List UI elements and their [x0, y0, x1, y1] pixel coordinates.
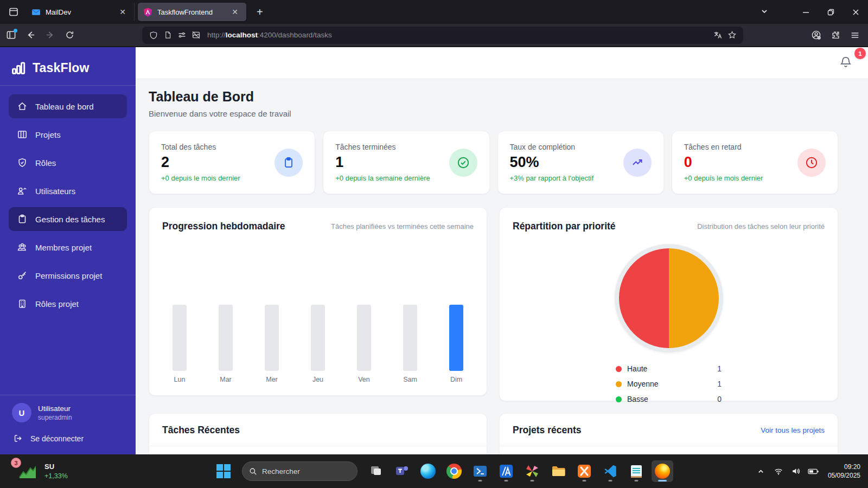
design-pinwheel-icon[interactable]	[521, 460, 543, 482]
reload-button[interactable]	[61, 27, 78, 44]
extensions-puzzle-icon[interactable]	[827, 27, 844, 44]
browser-tabbar: MailDev ✕ TaskflowFrontend ✕ +	[0, 0, 868, 24]
windows-logo-icon	[216, 464, 231, 478]
dashboard-content: Tableau de Bord Bienvenue dans votre esp…	[136, 79, 868, 454]
firefox-view-icon[interactable]	[4, 4, 23, 20]
sidebar-item-roles[interactable]: Rôles	[9, 151, 127, 175]
wifi-icon[interactable]	[771, 463, 786, 479]
menu-hamburger-icon[interactable]	[846, 27, 864, 44]
divider	[149, 446, 487, 446]
stat-card-completed-tasks: Tâches terminées 1 +0 depuis la semaine …	[323, 131, 489, 194]
url-text[interactable]: http://localhost:4200/dashboard/tasks	[207, 31, 711, 39]
browser-toolbar: http://localhost:4200/dashboard/tasks	[0, 24, 868, 47]
window-minimize-button[interactable]	[793, 0, 818, 24]
tab-taskflow[interactable]: TaskflowFrontend ✕	[138, 3, 246, 21]
user-name: Utilisateur	[38, 404, 72, 413]
account-icon[interactable]	[807, 27, 825, 44]
sidebar-item-tasks[interactable]: Gestion des tâches	[9, 207, 127, 231]
search-placeholder: Rechercher	[262, 467, 300, 476]
weekly-bar	[219, 305, 233, 371]
logout-button[interactable]: Se déconnecter	[0, 426, 136, 454]
tab-maildev[interactable]: MailDev ✕	[26, 3, 135, 21]
stat-card-total-tasks: Total des tâches 2 +0 depuis le mois der…	[149, 131, 315, 194]
teams-icon[interactable]	[391, 460, 413, 482]
start-button[interactable]	[213, 460, 234, 482]
stat-delta: +0 depuis la semaine dernière	[335, 174, 449, 182]
legend-row-moyenne: Moyenne 1	[616, 376, 722, 391]
bookmark-star-icon[interactable]	[725, 28, 739, 42]
bar-label: Sam	[403, 376, 417, 383]
powershell-icon[interactable]	[469, 460, 491, 482]
stock-chart-icon: 3	[18, 463, 37, 479]
legend-dot	[616, 366, 622, 372]
tab-close-icon[interactable]: ✕	[229, 7, 241, 17]
xampp-icon[interactable]	[573, 460, 595, 482]
list-tabs-chevron-icon[interactable]	[761, 8, 768, 17]
sidebar-item-project-roles[interactable]: Rôles projet	[9, 292, 127, 316]
check-circle-icon	[449, 149, 477, 177]
notifications-bell-icon[interactable]	[839, 55, 855, 72]
charts-row: Progression hebdomadaire Tâches planifié…	[149, 207, 838, 401]
screen: MailDev ✕ TaskflowFrontend ✕ +	[0, 0, 868, 488]
app-a-icon[interactable]	[495, 460, 517, 482]
recent-tasks-card: Tâches Récentes	[149, 413, 487, 454]
taskbar-clock[interactable]: 09:20 05/09/2025	[828, 463, 860, 480]
sidebar: TaskFlow Tableau de bord Projets Rôles	[0, 47, 136, 454]
widget-symbol: SU	[44, 463, 68, 471]
legend-label: Moyenne	[627, 380, 717, 388]
angular-icon	[143, 8, 152, 17]
weekly-bar	[449, 305, 463, 371]
bar-chart-logo-icon	[11, 60, 26, 75]
forward-button[interactable]	[41, 27, 59, 44]
taskbar-search[interactable]: Rechercher	[242, 461, 358, 481]
search-icon	[249, 467, 257, 476]
file-explorer-icon[interactable]	[547, 460, 569, 482]
task-view-button[interactable]	[365, 460, 387, 482]
sidebar-item-label: Projets	[35, 130, 61, 139]
card-title: Tâches Récentes	[162, 425, 240, 436]
translate-icon[interactable]	[711, 28, 725, 42]
mail-icon	[31, 8, 41, 17]
bar-label: Dim	[450, 376, 462, 383]
stat-card-completion-rate: Taux de complétion 50% +3% par rapport à…	[497, 131, 664, 194]
back-button[interactable]	[22, 27, 39, 44]
stat-delta: +0 depuis le mois dernier	[161, 174, 275, 182]
weekly-bar	[403, 305, 417, 371]
key-icon	[17, 270, 28, 281]
pie-legend: Haute 1 Moyenne 1 Basse 0	[616, 361, 722, 407]
sidebar-item-project-permissions[interactable]: Permissions projet	[9, 264, 127, 287]
battery-icon[interactable]	[806, 463, 820, 479]
notepad-icon[interactable]	[626, 460, 647, 482]
weekly-bar	[173, 305, 187, 371]
view-all-projects-link[interactable]: Voir tous les projets	[761, 426, 825, 434]
sidebar-item-users[interactable]: Utilisateurs	[9, 179, 127, 203]
sidebar-item-project-members[interactable]: Membres projet	[9, 235, 127, 259]
window-restore-button[interactable]	[818, 0, 843, 24]
sidebar-toggle-icon[interactable]	[2, 27, 20, 44]
shield-check-icon	[17, 157, 28, 168]
main-topbar: 1	[136, 47, 868, 79]
stat-label: Total des tâches	[161, 143, 275, 151]
tray-chevron-up-icon[interactable]	[754, 463, 768, 479]
chrome-icon[interactable]	[443, 460, 465, 482]
sidebar-item-dashboard[interactable]: Tableau de bord	[9, 94, 127, 118]
images-blocked-icon[interactable]	[189, 28, 203, 42]
notification-badge[interactable]: 1	[854, 48, 866, 59]
volume-icon[interactable]	[789, 463, 803, 479]
shield-icon[interactable]	[146, 28, 161, 42]
new-tab-button[interactable]: +	[252, 5, 268, 20]
edge-icon[interactable]	[417, 460, 439, 482]
sidebar-item-projects[interactable]: Projets	[9, 123, 127, 146]
clipboard-icon	[275, 149, 303, 177]
permissions-sliders-icon[interactable]	[175, 28, 189, 42]
window-close-button[interactable]	[843, 0, 868, 24]
url-bar[interactable]: http://localhost:4200/dashboard/tasks	[142, 27, 743, 44]
url-host: localhost	[226, 31, 258, 39]
tab-close-icon[interactable]: ✕	[117, 7, 129, 17]
widgets-button[interactable]: 3 SU +1,33%	[13, 454, 73, 488]
vscode-icon[interactable]	[599, 460, 621, 482]
page-icon[interactable]	[161, 28, 175, 42]
firefox-icon[interactable]	[652, 460, 673, 482]
user-info[interactable]: U Utilisateur superadmin	[0, 395, 136, 426]
url-prefix: http://	[207, 31, 226, 39]
